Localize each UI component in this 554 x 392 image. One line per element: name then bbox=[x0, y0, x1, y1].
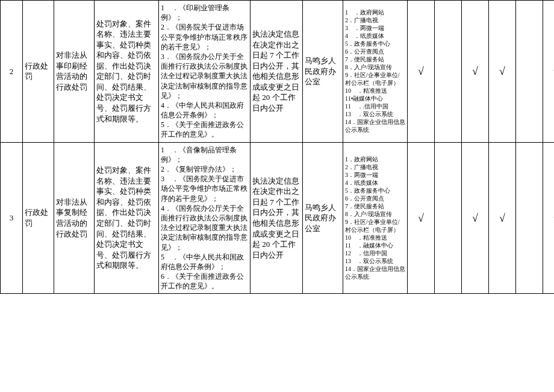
cell-idx: 2 bbox=[1, 1, 23, 143]
cell-tick-3: √ bbox=[462, 142, 489, 294]
cell-title: 对非法从事复制经营活动的行政处罚 bbox=[54, 142, 95, 294]
table-row: 3 行政处罚 对非法从事复制经营活动的行政处罚 处罚对象、案件名称、违法主要事实… bbox=[1, 142, 555, 294]
cell-tick-2 bbox=[435, 142, 462, 294]
cell-content: 处罚对象、案件名称、违法主要事实、处罚种类和内容、处罚依据、作出处罚决定部门、处… bbox=[95, 142, 159, 294]
cell-tick-5 bbox=[516, 142, 543, 294]
data-table: 2 行政处罚 对非法从事印刷经营活动的行政处罚 处罚对象、案件名称、违法主要事实… bbox=[0, 0, 554, 294]
cell-dept: 马鸣乡人民政府办公室 bbox=[303, 142, 343, 294]
cell-idx: 3 bbox=[1, 142, 23, 294]
cell-basis: 1 ．《印刷业管理条例》；2．《国务院关于促进市场公平竞争维护市场正常秩序的若干… bbox=[159, 1, 251, 143]
cell-tick-4: √ bbox=[489, 1, 516, 143]
cell-timing: 执法决定信息在决定作出之日起 7 个工作日内公开，其他相关信息形成或变更之日起 … bbox=[251, 1, 303, 143]
cell-basis: 1 ．《音像制品管理条例》；2．《复制管理办法》；3 ．《国务院关于促进市场公平… bbox=[159, 142, 251, 294]
cell-channels: 1 ．政府网站2．广播电视3 ．两微一端4 ．纸质媒体5．政务服务中心6．公开查… bbox=[343, 1, 408, 143]
cell-channels: 1．政府网站2．广播电视3．两微一端4．纸质媒体5．政务服务中心6．公开查阅点7… bbox=[343, 142, 408, 294]
cell-tick-6: √ bbox=[543, 1, 555, 143]
cell-tick-2 bbox=[435, 1, 462, 143]
cell-tick-1: √ bbox=[408, 1, 435, 143]
cell-timing: 执法决定信息在决定作出之日起 7 个工作日内公开，其他相关信息形成或变更之日起 … bbox=[251, 142, 303, 294]
table-row: 2 行政处罚 对非法从事印刷经营活动的行政处罚 处罚对象、案件名称、违法主要事实… bbox=[1, 1, 555, 143]
cell-category: 行政处罚 bbox=[23, 1, 54, 143]
cell-category: 行政处罚 bbox=[23, 142, 54, 294]
cell-tick-3: √ bbox=[462, 1, 489, 143]
cell-title: 对非法从事印刷经营活动的行政处罚 bbox=[54, 1, 95, 143]
cell-tick-1: √ bbox=[408, 142, 435, 294]
cell-tick-4: √ bbox=[489, 142, 516, 294]
cell-content: 处罚对象、案件名称、违法主要事实、处罚种类和内容、处罚依据、作出处罚决定部门、处… bbox=[95, 1, 159, 143]
cell-tick-6: √ bbox=[543, 142, 555, 294]
cell-dept: 马鸣乡人民政府办公室 bbox=[303, 1, 343, 143]
cell-tick-5 bbox=[516, 1, 543, 143]
